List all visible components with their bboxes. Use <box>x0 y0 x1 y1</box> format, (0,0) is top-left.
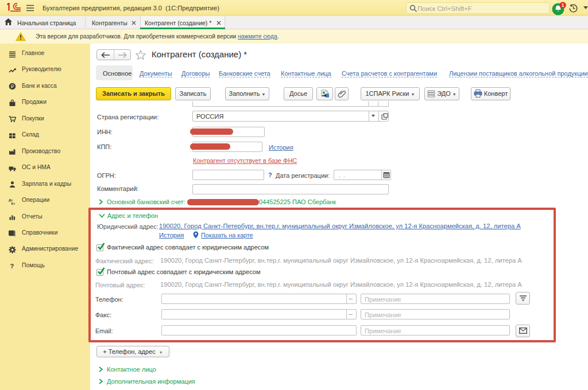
svg-text:?: ? <box>10 263 14 270</box>
svg-text:Кт: Кт <box>11 201 16 205</box>
svg-text:1: 1 <box>562 2 564 8</box>
